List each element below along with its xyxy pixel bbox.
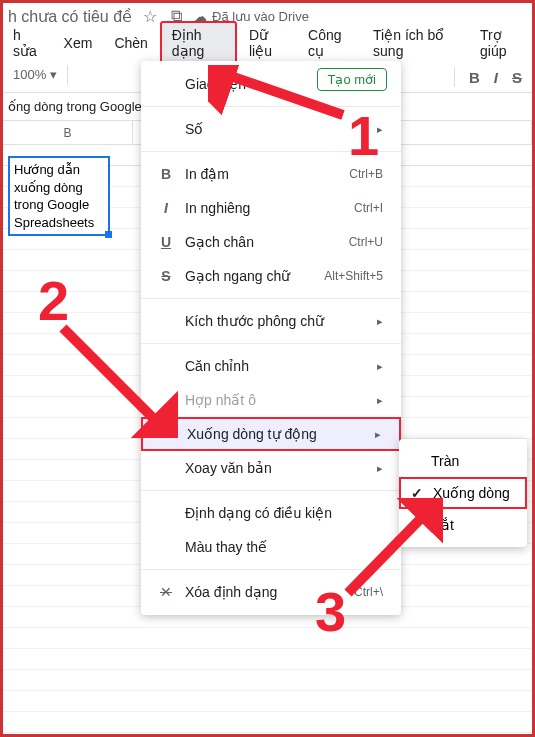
menu-data[interactable]: Dữ liệu	[239, 23, 296, 63]
menu-divider	[141, 151, 401, 152]
bold-button[interactable]: B	[469, 69, 480, 86]
menu-item-italic[interactable]: I In nghiêng Ctrl+I	[141, 191, 401, 225]
menu-shortcut: Ctrl+\	[354, 585, 383, 599]
menu-label: Căn chỉnh	[177, 358, 377, 374]
submenu-label: Xuống dòng	[427, 485, 513, 501]
menu-shortcut: Ctrl+U	[349, 235, 383, 249]
star-icon[interactable]: ☆	[142, 8, 158, 24]
menu-item-fontsize[interactable]: Kích thước phông chữ ▸	[141, 304, 401, 338]
active-cell-B2[interactable]: Hướng dẫn xuống dòng trong Google Spread…	[8, 156, 110, 236]
formula-text: ống dòng trong Google	[8, 99, 142, 114]
menu-item-clear-format[interactable]: ✕ Xóa định dạng Ctrl+\	[141, 575, 401, 609]
submenu-label: Tràn	[425, 453, 515, 469]
menu-item-conditional[interactable]: Định dạng có điều kiện	[141, 496, 401, 530]
menu-divider	[141, 569, 401, 570]
menu-label: Xoay văn bản	[177, 460, 377, 476]
submenu-item-clip[interactable]: Cắt	[399, 509, 527, 541]
menu-divider	[141, 343, 401, 344]
menu-divider	[141, 298, 401, 299]
menu-label: In đậm	[177, 166, 349, 182]
menu-label: Định dạng có điều kiện	[177, 505, 383, 521]
menu-item-merge[interactable]: Hợp nhất ô ▸	[141, 383, 401, 417]
menu-divider	[141, 490, 401, 491]
menu-label: Kích thước phông chữ	[177, 313, 377, 329]
submenu-item-wrap[interactable]: ✓ Xuống dòng	[399, 477, 527, 509]
chevron-right-icon: ▸	[377, 462, 383, 475]
submenu-item-overflow[interactable]: Tràn	[399, 445, 527, 477]
menu-format[interactable]: Định dạng	[160, 21, 237, 65]
menu-label: Giao diện	[177, 76, 383, 92]
toolbar-separator	[454, 67, 455, 87]
menubar: h sửa Xem Chèn Định dạng Dữ liệu Công cụ…	[3, 29, 532, 57]
menu-label: Gạch ngang chữ	[177, 268, 324, 284]
menu-label: Gạch chân	[177, 234, 349, 250]
menu-tools[interactable]: Công cụ	[298, 23, 361, 63]
cell-text: Hướng dẫn xuống dòng trong Google Spread…	[14, 162, 94, 230]
menu-label: Xóa định dạng	[177, 584, 354, 600]
chevron-right-icon: ▸	[377, 315, 383, 328]
strikethrough-button[interactable]: S	[512, 69, 522, 86]
text-format-group: B I S	[454, 67, 522, 87]
menu-item-rotation[interactable]: Xoay văn bản ▸	[141, 451, 401, 485]
menu-label: Màu thay thế	[177, 539, 383, 555]
toolbar-separator	[67, 65, 68, 85]
menu-item-text-wrapping[interactable]: Xuống dòng tự động ▸	[141, 417, 401, 451]
menu-edit[interactable]: h sửa	[3, 23, 52, 63]
menu-insert[interactable]: Chèn	[104, 31, 157, 55]
menu-label: Hợp nhất ô	[177, 392, 377, 408]
column-header-B[interactable]: B	[3, 121, 133, 144]
menu-help[interactable]: Trợ giúp	[470, 23, 532, 63]
zoom-value: 100%	[13, 67, 46, 82]
submenu-label: Cắt	[425, 517, 515, 533]
italic-button[interactable]: I	[494, 69, 498, 86]
underline-icon: U	[155, 234, 177, 250]
menu-label: Số	[177, 121, 377, 137]
menu-item-underline[interactable]: U Gạch chân Ctrl+U	[141, 225, 401, 259]
format-menu-dropdown: Tạo mới Giao diện Số ▸ B In đậm Ctrl+B I…	[141, 61, 401, 615]
chevron-down-icon: ▾	[50, 67, 57, 82]
italic-icon: I	[155, 200, 177, 216]
menu-shortcut: Ctrl+I	[354, 201, 383, 215]
chevron-right-icon: ▸	[377, 394, 383, 407]
menu-addons[interactable]: Tiện ích bổ sung	[363, 23, 468, 63]
strikethrough-icon: S	[155, 268, 177, 284]
menu-divider	[141, 106, 401, 107]
chevron-right-icon: ▸	[377, 123, 383, 136]
bold-icon: B	[155, 166, 177, 182]
menu-item-number[interactable]: Số ▸	[141, 112, 401, 146]
menu-view[interactable]: Xem	[54, 31, 103, 55]
zoom-selector[interactable]: 100% ▾	[13, 67, 57, 82]
menu-label: In nghiêng	[177, 200, 354, 216]
fill-handle[interactable]	[105, 231, 112, 238]
menu-shortcut: Alt+Shift+5	[324, 269, 383, 283]
check-icon: ✓	[411, 485, 427, 501]
menu-item-bold[interactable]: B In đậm Ctrl+B	[141, 157, 401, 191]
menu-item-strikethrough[interactable]: S Gạch ngang chữ Alt+Shift+5	[141, 259, 401, 293]
menu-item-altcolor[interactable]: Màu thay thế	[141, 530, 401, 564]
menu-item-align[interactable]: Căn chỉnh ▸	[141, 349, 401, 383]
menu-item-theme[interactable]: Giao diện	[141, 67, 401, 101]
menu-label: Xuống dòng tự động	[179, 426, 375, 442]
text-wrapping-submenu: Tràn ✓ Xuống dòng Cắt	[399, 439, 527, 547]
chevron-right-icon: ▸	[375, 428, 381, 441]
clear-format-icon: ✕	[155, 584, 177, 600]
menu-shortcut: Ctrl+B	[349, 167, 383, 181]
chevron-right-icon: ▸	[377, 360, 383, 373]
